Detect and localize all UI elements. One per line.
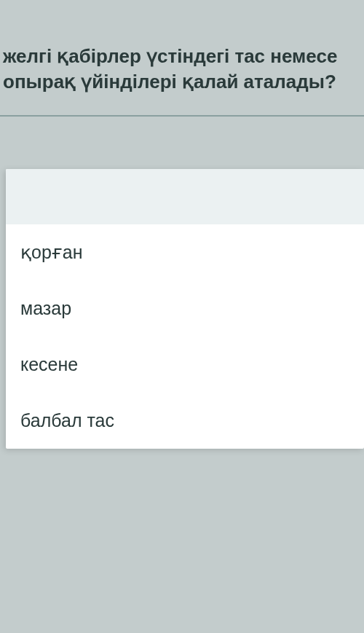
question-text: желгі қабірлер үстіндегі тас немесе опыр… bbox=[0, 44, 364, 95]
options-card: қорған мазар кесене балбал тас bbox=[6, 169, 364, 449]
divider bbox=[0, 115, 364, 117]
options-header bbox=[6, 169, 364, 224]
question-section: желгі қабірлер үстіндегі тас немесе опыр… bbox=[0, 0, 364, 138]
option-item-1[interactable]: мазар bbox=[6, 280, 364, 337]
option-item-0[interactable]: қорған bbox=[6, 224, 364, 280]
option-item-3[interactable]: балбал тас bbox=[6, 393, 364, 449]
option-item-2[interactable]: кесене bbox=[6, 337, 364, 393]
